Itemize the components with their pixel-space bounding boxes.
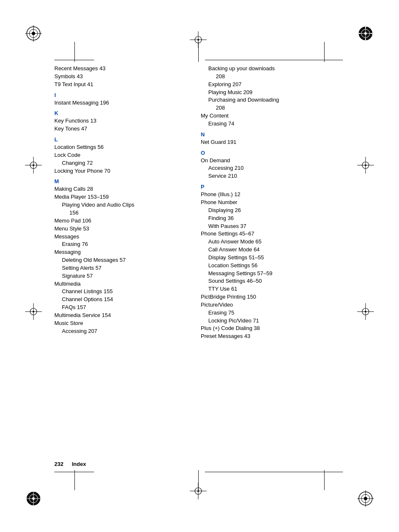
left-index-item-12: Locking Your Phone 70 [54,167,184,175]
right-index-item-15: Displaying 26 [201,207,330,215]
left-index-item-21: Messaging [54,248,184,256]
left-index-item-22: Deleting Old Messages 57 [54,256,184,264]
right-index-item-0: Backing up your downloads [201,65,330,73]
left-index-item-1: Symbols 43 [54,73,184,81]
reg-mark-bl [23,488,44,509]
left-index-item-25: Multimedia [54,280,184,288]
vline-bottom-center [198,470,199,490]
right-index-item-4: My Content [201,112,330,120]
hline-top-right [205,60,343,60]
left-index-item-2: T9 Text Input 41 [54,81,184,89]
left-index-item-20: Erasing 76 [54,240,184,248]
right-index-item-0-cont: 208 [201,73,330,81]
right-index-item-21: Display Settings 51–55 [201,254,330,262]
right-index-item-3: Purchasing and Downloading [201,96,330,104]
reg-mark-ml2 [23,301,44,322]
right-column: Backing up your downloads208Exploring 20… [192,65,330,340]
vline-top-left [74,42,75,62]
left-index-item-3: I [54,92,184,98]
right-index-item-20: Call Answer Mode 64 [201,246,330,254]
right-index-item-13: Phone (Illus.) 12 [201,191,330,199]
left-index-item-0: Recent Messages 43 [54,65,184,73]
right-index-item-6: N [201,131,330,138]
right-index-item-14: Phone Number [201,199,330,207]
left-column: Recent Messages 43Symbols 43T9 Text Inpu… [54,65,192,340]
left-index-item-31: Accessing 207 [54,327,184,335]
right-index-item-26: PictBridge Printing 150 [201,293,330,301]
left-index-item-14: Making Calls 28 [54,185,184,193]
right-index-item-19: Auto Answer Mode 65 [201,238,330,246]
page-title: Index [72,461,86,467]
right-index-item-27: Picture/Video [201,301,330,309]
right-index-item-25: TTY Use 61 [201,285,330,293]
content-area: Recent Messages 43Symbols 43T9 Text Inpu… [54,65,357,340]
page: Recent Messages 43Symbols 43T9 Text Inpu… [0,0,399,532]
left-index-item-15: Media Player 153–159 [54,193,184,201]
reg-mark-mr [355,155,376,176]
left-index-item-7: Key Tones 47 [54,125,184,133]
right-index-item-31: Preset Messages 43 [201,332,330,340]
right-index-item-8: O [201,150,330,156]
right-index-item-22: Location Settings 56 [201,262,330,270]
left-index-item-16: Playing Video and Audio Clips [54,201,184,209]
left-index-item-16-cont: 156 [54,209,184,217]
left-index-item-8: L [54,136,184,143]
right-index-item-11: Service 210 [201,172,330,180]
left-index-item-4: Instant Messaging 196 [54,99,184,107]
vline-bottom-left [74,470,75,490]
footer: 232 Index [54,461,357,467]
right-index-item-17: With Pauses 37 [201,223,330,230]
right-index-item-12: P [201,184,330,190]
vline-top-right [324,42,325,62]
right-index-item-29: Locking Pic/Video 71 [201,317,330,325]
left-index-item-18: Menu Style 53 [54,225,184,233]
page-number: 232 [54,461,64,467]
left-index-item-13: M [54,178,184,184]
reg-mark-tr [355,23,376,44]
hline-bottom-right [205,472,343,472]
left-index-item-30: Music Store [54,320,184,327]
left-index-item-17: Memo Pad 106 [54,217,184,225]
vline-bottom-right [324,470,325,490]
left-index-item-9: Location Settings 56 [54,143,184,151]
right-index-item-24: Sound Settings 46–50 [201,277,330,285]
right-index-item-7: Net Guard 191 [201,138,330,146]
right-index-item-5: Erasing 74 [201,120,330,128]
reg-mark-br [355,488,376,509]
right-index-item-18: Phone Settings 45–67 [201,230,330,238]
left-index-item-28: FAQs 157 [54,304,184,312]
reg-mark-mr2 [355,301,376,322]
left-index-item-24: Signature 57 [54,272,184,280]
right-index-item-9: On Demand [201,157,330,165]
vline-top-center [198,42,199,62]
right-index-item-16: Finding 36 [201,215,330,223]
left-index-item-27: Channel Options 154 [54,296,184,304]
right-index-item-28: Erasing 75 [201,309,330,317]
right-index-item-10: Accessing 210 [201,164,330,172]
reg-mark-tl [23,23,44,44]
left-index-item-6: Key Functions 13 [54,117,184,125]
right-index-item-3-cont: 208 [201,104,330,112]
right-index-item-23: Messaging Settings 57–59 [201,270,330,278]
reg-mark-ml [23,155,44,176]
left-index-item-29: Multimedia Service 154 [54,312,184,320]
left-index-item-26: Channel Listings 155 [54,288,184,296]
right-index-item-30: Plus (+) Code Dialing 38 [201,325,330,332]
left-index-item-23: Setting Alerts 57 [54,264,184,272]
left-index-item-10: Lock Code [54,151,184,159]
right-index-item-1: Exploring 207 [201,81,330,89]
right-index-item-2: Playing Music 209 [201,89,330,97]
left-index-item-19: Messages [54,233,184,241]
left-index-item-5: K [54,110,184,116]
left-index-item-11: Changing 72 [54,159,184,167]
